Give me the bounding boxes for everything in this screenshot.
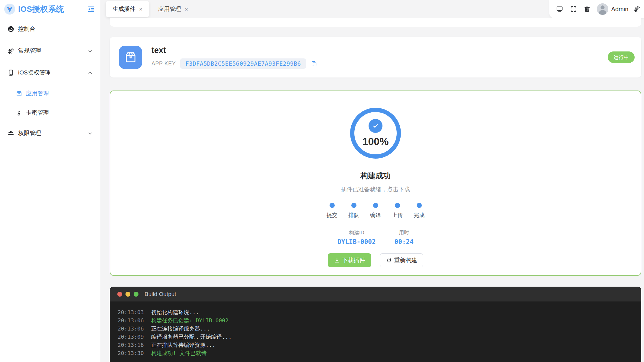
topbar-actions: Admin bbox=[549, 0, 644, 18]
traffic-lights bbox=[117, 292, 138, 297]
fullscreen-icon[interactable] bbox=[570, 5, 577, 13]
build-steps: 提交 排队 编译 上传 bbox=[327, 203, 425, 219]
step-label: 排队 bbox=[348, 212, 359, 219]
step-dot bbox=[373, 203, 378, 208]
sidebar-header: IOS授权系统 bbox=[0, 0, 100, 18]
monitor-icon[interactable] bbox=[556, 5, 563, 13]
step-label: 完成 bbox=[414, 212, 424, 219]
duration-block: 用时 00:24 bbox=[395, 229, 414, 245]
download-plugin-button[interactable]: 下载插件 bbox=[328, 253, 371, 267]
trash-icon[interactable] bbox=[584, 5, 591, 13]
package-icon bbox=[16, 90, 22, 97]
sidebar: IOS授权系统 控制台 bbox=[0, 0, 100, 362]
build-actions: 下载插件 重新构建 bbox=[328, 253, 423, 267]
build-status-panel: 100% 构建成功 插件已准备就绪，点击下载 提交 排队 编译 bbox=[110, 90, 641, 276]
sidebar-item-label: 应用管理 bbox=[26, 90, 93, 97]
tab-label: 应用管理 bbox=[158, 5, 181, 13]
log-timestamp: 20:13:30 bbox=[118, 349, 144, 357]
step-dot bbox=[351, 203, 356, 208]
user-avatar[interactable] bbox=[597, 3, 608, 15]
log-line: 20:13:16 正在排队等待编译资源... bbox=[118, 341, 633, 349]
log-text: 正在连接编译服务器... bbox=[151, 324, 210, 333]
log-timestamp: 20:13:16 bbox=[118, 341, 144, 349]
close-icon[interactable]: × bbox=[139, 6, 142, 12]
app-logo-icon bbox=[4, 4, 15, 15]
sidebar-item-dashboard[interactable]: 控制台 bbox=[0, 21, 100, 38]
app-info-card: text APP KEY F3DFA5DB2C5EE560929AE7A93FE… bbox=[110, 37, 641, 77]
build-id-block: 构建ID DYLIB-0002 bbox=[337, 229, 376, 245]
sidebar-nav: 控制台 常规管理 bbox=[0, 18, 100, 142]
build-step: 完成 bbox=[414, 203, 425, 219]
log-timestamp: 20:13:06 bbox=[118, 324, 144, 333]
step-dot bbox=[417, 203, 422, 208]
step-label: 上传 bbox=[392, 212, 403, 219]
log-text: 构建成功! 文件已就绪 bbox=[151, 349, 207, 357]
sidebar-item-ios-auth-management[interactable]: iOS授权管理 bbox=[0, 64, 100, 81]
sidebar-collapse-icon[interactable] bbox=[87, 5, 95, 13]
build-output-terminal: Build Output 20:13:03 初始化构建环境... 20:13:0… bbox=[110, 287, 641, 362]
rebuild-label: 重新构建 bbox=[394, 256, 417, 264]
app-title: IOS授权系统 bbox=[18, 4, 87, 15]
progress-ring-circle bbox=[350, 108, 401, 159]
appkey-value: F3DFA5DB2C5EE560929AE7A93FE299B6 bbox=[180, 58, 306, 69]
build-info: 构建ID DYLIB-0002 用时 00:24 bbox=[337, 229, 414, 245]
tab-label: 生成插件 bbox=[112, 5, 135, 13]
rebuild-button[interactable]: 重新构建 bbox=[380, 253, 423, 267]
duration-label: 用时 bbox=[395, 229, 414, 236]
traffic-yellow-icon bbox=[125, 292, 130, 297]
traffic-green-icon bbox=[134, 292, 138, 297]
app-package-icon bbox=[119, 46, 142, 69]
step-label: 提交 bbox=[327, 212, 337, 219]
download-icon bbox=[334, 258, 340, 263]
sidebar-item-permission-management[interactable]: 权限管理 bbox=[0, 125, 100, 142]
chevron-up-icon bbox=[88, 70, 93, 75]
build-result-subtitle: 插件已准备就绪，点击下载 bbox=[341, 186, 410, 193]
progress-percent: 100% bbox=[350, 136, 401, 147]
step-dot bbox=[330, 203, 335, 208]
tab-generate-plugin[interactable]: 生成插件 × bbox=[106, 1, 149, 17]
app-root: IOS授权系统 控制台 bbox=[0, 0, 644, 362]
sidebar-item-label: iOS授权管理 bbox=[18, 69, 88, 77]
log-timestamp: 20:13:09 bbox=[118, 333, 144, 341]
build-step: 排队 bbox=[348, 203, 359, 219]
log-timestamp: 20:13:03 bbox=[118, 308, 144, 316]
log-text: 初始化构建环境... bbox=[151, 308, 199, 316]
sidebar-item-general-management[interactable]: 常规管理 bbox=[0, 42, 100, 59]
chevron-down-icon bbox=[88, 48, 93, 53]
log-line: 20:13:06 构建任务已创建: DYLIB-0002 bbox=[118, 316, 633, 324]
dashboard-gauge-icon bbox=[7, 25, 15, 33]
sidebar-item-card-key-management[interactable]: 卡密管理 bbox=[0, 105, 100, 120]
sidebar-item-label: 常规管理 bbox=[18, 47, 88, 55]
status-badge-running: 运行中 bbox=[608, 51, 635, 63]
step-label: 编译 bbox=[370, 212, 381, 219]
chevron-down-icon bbox=[88, 131, 93, 136]
build-step: 提交 bbox=[327, 203, 338, 219]
mobile-icon bbox=[7, 69, 15, 76]
log-text: 编译服务器已分配，开始编译... bbox=[151, 333, 232, 341]
tab-app-management[interactable]: 应用管理 × bbox=[151, 1, 195, 17]
build-result-title: 构建成功 bbox=[360, 171, 391, 181]
build-step: 编译 bbox=[370, 203, 381, 219]
sidebar-item-app-management[interactable]: 应用管理 bbox=[0, 86, 100, 101]
build-id-label: 构建ID bbox=[337, 229, 376, 236]
users-icon bbox=[7, 130, 15, 137]
progress-ring: 100% bbox=[350, 108, 401, 159]
gears-icon bbox=[7, 47, 15, 54]
copy-icon[interactable] bbox=[311, 60, 317, 67]
key-icon bbox=[16, 110, 22, 116]
settings-gears-icon[interactable] bbox=[633, 5, 640, 13]
terminal-body: 20:13:03 初始化构建环境... 20:13:06 构建任务已创建: DY… bbox=[110, 301, 641, 362]
traffic-red-icon bbox=[117, 292, 122, 297]
log-timestamp: 20:13:06 bbox=[118, 316, 144, 324]
close-icon[interactable]: × bbox=[185, 6, 188, 12]
log-line: 20:13:09 编译服务器已分配，开始编译... bbox=[118, 333, 633, 341]
terminal-title: Build Output bbox=[145, 291, 176, 298]
topbar: 生成插件 × 应用管理 × bbox=[100, 0, 644, 18]
content: text APP KEY F3DFA5DB2C5EE560929AE7A93FE… bbox=[100, 18, 644, 362]
build-id-value: DYLIB-0002 bbox=[337, 238, 376, 245]
step-dot bbox=[395, 203, 400, 208]
sidebar-item-label: 卡密管理 bbox=[26, 109, 93, 117]
duration-value: 00:24 bbox=[395, 238, 414, 245]
log-line: 20:13:06 正在连接编译服务器... bbox=[118, 324, 633, 333]
log-text: 正在排队等待编译资源... bbox=[151, 341, 216, 349]
